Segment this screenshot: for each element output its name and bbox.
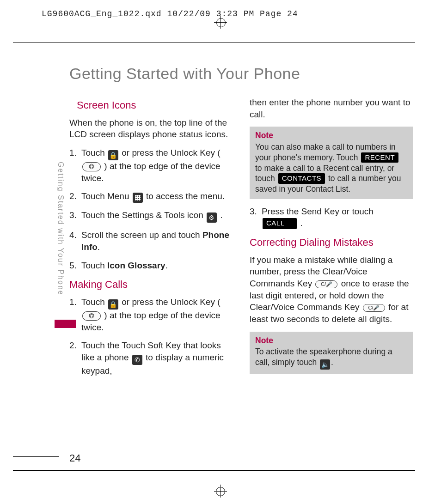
making-calls-continuation: then enter the phone number you want to … (250, 97, 413, 120)
page-number: 24 (69, 452, 80, 464)
recent-button[interactable]: RECENT (361, 152, 398, 163)
menu-grid-icon (133, 193, 143, 203)
correcting-mistakes-body: If you make a mistake while dialing a nu… (250, 254, 413, 325)
list-item: Touch Menu to access the menu. (69, 190, 233, 203)
list-item: Touch the Touch Soft Key that looks like… (69, 340, 233, 376)
contacts-button[interactable]: CONTACTS (278, 173, 325, 184)
left-column: Screen Icons When the phone is on, the t… (69, 96, 233, 383)
list-item: Scroll the screen up and touch Phone Inf… (69, 229, 233, 253)
list-item: Touch 🔒 or press the Unlock Key ( ⏣ ) at… (69, 296, 233, 333)
two-columns: Screen Icons When the phone is on, the t… (69, 96, 413, 383)
screen-icons-steps: Touch 🔒 or press the Unlock Key ( ⏣ ) at… (69, 147, 233, 271)
print-header: LG9600ACG_Eng_1022.qxd 10/22/09 3:23 PM … (42, 9, 298, 18)
heading-correcting-mistakes: Correcting Dialing Mistakes (250, 236, 413, 249)
sidebar-section-label: Getting Started with Your Phone (56, 162, 65, 296)
list-item: Touch Icon Glossary. (69, 260, 233, 272)
bottom-rule (13, 470, 415, 471)
bottom-left-rule (13, 456, 59, 457)
note-box: Note To activate the speakerphone during… (250, 332, 413, 375)
heading-making-calls: Making Calls (69, 278, 233, 291)
right-column: then enter the phone number you want to … (250, 96, 413, 383)
clear-voice-key-icon: C/🎤 (363, 304, 385, 312)
list-item: Touch the Settings & Tools icon ⚙ . (69, 209, 233, 223)
unlock-key-icon: ⏣ (82, 162, 101, 171)
unlock-key-icon: ⏣ (82, 311, 101, 321)
content-area: Getting Started with Your Phone Screen I… (69, 65, 413, 460)
speaker-icon: 🔈 (320, 359, 330, 370)
registration-circle-icon (216, 487, 225, 496)
registration-circle-icon (216, 18, 226, 27)
note-box: Note You can also make a call to numbers… (250, 127, 413, 199)
lock-icon: 🔒 (108, 299, 118, 310)
list-item: Press the Send Key or touch CALL . (250, 206, 413, 229)
making-calls-steps-cont: Press the Send Key or touch CALL . (250, 206, 413, 229)
heading-screen-icons: Screen Icons (77, 98, 233, 112)
top-rule (13, 43, 415, 43)
screen-icons-intro: When the phone is on, the top line of th… (69, 117, 233, 140)
lock-icon: 🔒 (108, 150, 118, 160)
clear-voice-key-icon: C/🎤 (315, 280, 337, 288)
making-calls-steps: Touch 🔒 or press the Unlock Key ( ⏣ ) at… (69, 296, 233, 377)
note-title: Note (255, 130, 408, 141)
gear-icon: ⚙ (207, 213, 217, 223)
call-button[interactable]: CALL (263, 218, 297, 229)
phone-icon: ✆ (132, 355, 142, 365)
page: LG9600ACG_Eng_1022.qxd 10/22/09 3:23 PM … (0, 0, 441, 504)
page-title: Getting Started with Your Phone (69, 65, 413, 83)
icon-glossary-label: Icon Glossary (107, 261, 165, 270)
list-item: Touch 🔒 or press the Unlock Key ( ⏣ ) at… (69, 147, 233, 184)
note-title: Note (255, 335, 408, 346)
